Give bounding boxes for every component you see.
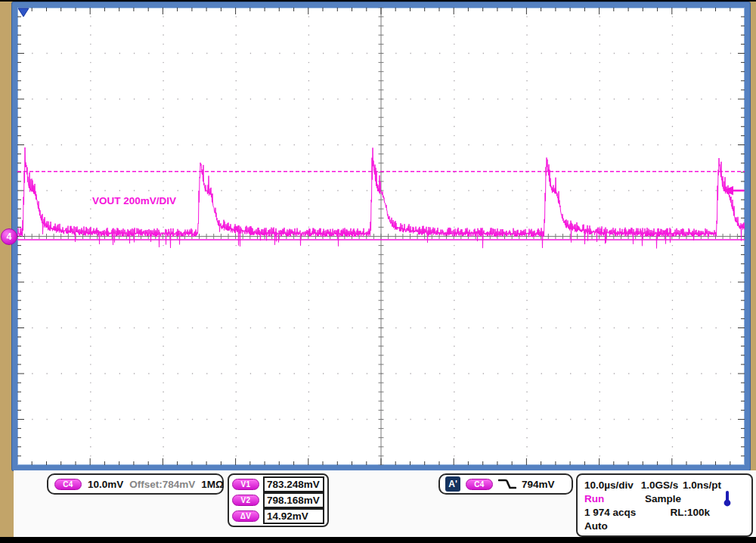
falling-edge-icon xyxy=(498,477,516,491)
cursor-delta-value: 14.92mV xyxy=(263,508,324,524)
channel4-reference-marker[interactable]: 4 xyxy=(1,228,17,245)
trigger-mode-value: Auto xyxy=(584,520,608,532)
oscilloscope-screen: VOUT 200mV/DIV 4 C4 10.0mV Offset:784mV … xyxy=(0,0,756,543)
acquisition-state-row: Run Sample xyxy=(584,492,745,505)
acqs-row: 1 974 acqs RL:100k xyxy=(584,505,745,519)
vertical-scale-value: 10.0mV xyxy=(88,479,123,490)
trigger-mode-row: Auto xyxy=(584,519,745,532)
cursor-v2-pill[interactable]: V2 xyxy=(232,495,259,506)
graticule-grid xyxy=(17,8,745,465)
record-length-value: RL:100k xyxy=(670,507,710,518)
horizontal-scale-value: 10.0µs/div xyxy=(584,479,634,491)
channel4-settings-badge[interactable]: C4 10.0mV Offset:784mV 1MΩ BW:20.0M xyxy=(47,473,224,495)
trigger-level-value: 794mV xyxy=(522,479,555,490)
input-impedance-value: 1MΩ xyxy=(201,479,224,490)
sample-rate-value: 1.0GS/s xyxy=(641,479,679,491)
timebase-acquisition-panel[interactable]: 10.0µs/div 1.0GS/s 1.0ns/pt Run Sample 1… xyxy=(576,473,753,537)
cursor-v2-row: V2 798.168mV xyxy=(232,492,324,508)
temperature-indicator-icon xyxy=(723,490,732,507)
acquisition-count: 1 974 acqs xyxy=(584,507,670,518)
trigger-position-marker-icon[interactable] xyxy=(18,8,29,17)
trigger-source-pill[interactable]: C4 xyxy=(466,479,493,490)
trigger-a-badge[interactable]: A' xyxy=(445,476,460,492)
cursor-delta-row: ΔV 14.92mV xyxy=(232,508,324,524)
cursor-delta-pill[interactable]: ΔV xyxy=(232,510,259,522)
cursor-v1-pill[interactable]: V1 xyxy=(232,479,259,490)
channel4-pill[interactable]: C4 xyxy=(54,479,82,490)
run-status: Run xyxy=(584,493,645,504)
cursor-v1-row: V1 783.248mV xyxy=(232,476,324,492)
resolution-value: 1.0ns/pt xyxy=(683,479,721,491)
offset-value: Offset:784mV xyxy=(129,479,195,490)
cursor-v2-value: 798.168mV xyxy=(263,492,324,508)
trigger-settings-badge[interactable]: A' C4 794mV xyxy=(438,473,573,495)
cursor-v1-value: 783.248mV xyxy=(263,476,324,492)
acquisition-mode: Sample xyxy=(645,493,723,504)
waveform-graticule[interactable]: VOUT 200mV/DIV xyxy=(17,8,745,465)
timebase-row: 10.0µs/div 1.0GS/s 1.0ns/pt xyxy=(584,478,745,492)
cursor-readout-panel[interactable]: V1 783.248mV V2 798.168mV ΔV 14.92mV xyxy=(228,473,329,527)
waveform-annotation-label: VOUT 200mV/DIV xyxy=(92,195,176,206)
